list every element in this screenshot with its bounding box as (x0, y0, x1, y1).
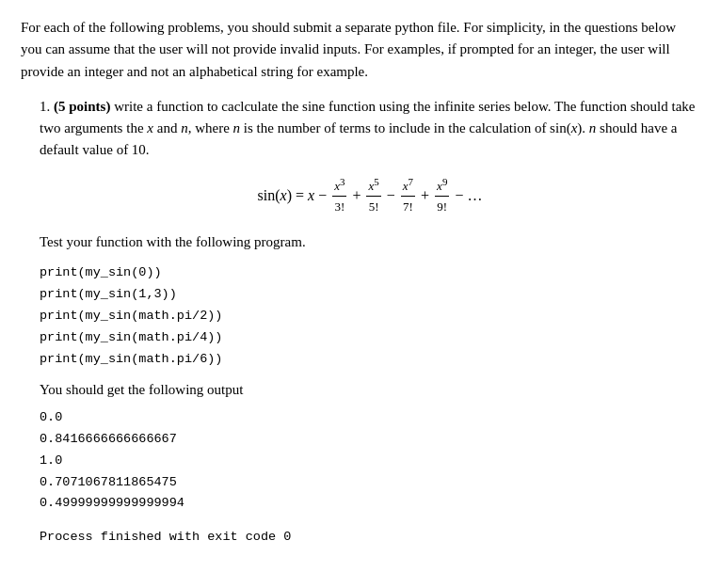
code-line-1: print(my_sin(0)) (40, 262, 700, 284)
output-label-text: You should get the following output (40, 379, 700, 401)
code-line-5: print(my_sin(math.pi/6)) (40, 349, 700, 371)
output-line-4: 0.7071067811865475 (40, 472, 700, 494)
sine-formula: sin(x) = x − x3 3! + x5 5! − x7 7! + x9 (40, 177, 700, 216)
problem-1: 1. (5 points) write a function to caclcu… (40, 96, 700, 548)
output-block: 0.0 0.8416666666666667 1.0 0.70710678118… (40, 407, 700, 516)
problem-points: (5 points) (54, 99, 110, 114)
output-line-1: 0.0 (40, 407, 700, 429)
test-code-block: print(my_sin(0)) print(my_sin(1,3)) prin… (40, 262, 700, 371)
code-line-3: print(my_sin(math.pi/2)) (40, 306, 700, 327)
intro-paragraph: For each of the following problems, you … (21, 17, 700, 83)
exit-code-line: Process finished with exit code 0 (40, 528, 700, 547)
problem-header: 1. (5 points) write a function to caclcu… (40, 96, 700, 162)
output-line-5: 0.49999999999999994 (40, 493, 700, 515)
problem-number: 1. (40, 99, 50, 114)
output-line-3: 1.0 (40, 451, 700, 472)
code-line-2: print(my_sin(1,3)) (40, 284, 700, 306)
output-line-2: 0.8416666666666667 (40, 429, 700, 451)
problem-description: write a function to caclculate the sine … (40, 99, 696, 158)
code-line-4: print(my_sin(math.pi/4)) (40, 327, 700, 349)
test-intro-text: Test your function with the following pr… (40, 231, 700, 253)
